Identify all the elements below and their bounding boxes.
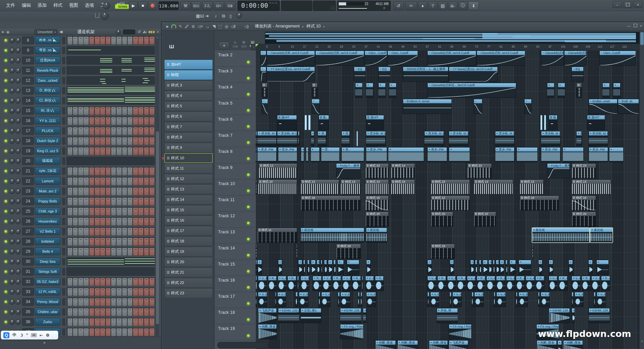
step-cell[interactable] [127, 278, 133, 286]
channel-pan-knob[interactable] [9, 108, 15, 114]
step-cell[interactable] [84, 167, 89, 175]
step-cell[interactable] [95, 127, 100, 135]
step-cell[interactable] [138, 147, 144, 155]
channel-number[interactable]: 9 [22, 47, 34, 54]
playlist-clip[interactable]: »原.. [341, 147, 364, 162]
step-cell[interactable] [116, 137, 122, 145]
playlist-clip[interactable]: 样式 23 [365, 163, 389, 178]
rack-scrollbar[interactable]: ∧ [155, 36, 159, 349]
step-cell[interactable] [144, 187, 149, 195]
channel-button[interactable]: Housevibez [35, 217, 60, 225]
playlist-clip[interactable] [256, 244, 257, 259]
step-cell[interactable] [149, 238, 155, 246]
snap-magnet-icon[interactable] [171, 24, 176, 28]
step-cell[interactable] [100, 238, 105, 246]
track-mute-led[interactable] [247, 253, 250, 257]
playlist-clip[interactable]: » [363, 308, 366, 323]
step-cell[interactable] [67, 318, 73, 326]
menu-item[interactable]: 添加 [34, 2, 50, 8]
playlist-clip[interactable]: »V..4 [591, 276, 600, 291]
playlist-clip[interactable] [296, 244, 298, 259]
playlist-clip[interactable] [540, 115, 542, 130]
playlist-restore-icon[interactable] [634, 24, 637, 27]
step-cell[interactable] [111, 288, 116, 296]
playlist-pattern-crumb[interactable]: 样式 10 [307, 23, 321, 29]
playlist-clip[interactable]: »V..4 [427, 276, 436, 291]
step-cell[interactable] [95, 298, 100, 306]
step-cell[interactable] [106, 197, 111, 206]
step-cell[interactable] [144, 248, 149, 256]
step-cell[interactable] [67, 248, 73, 256]
step-cell[interactable] [116, 177, 122, 185]
track-mute-led[interactable] [247, 221, 250, 225]
playlist-clip[interactable]: 样式 20 [474, 212, 496, 227]
playlist-clip[interactable]: » [311, 260, 316, 275]
channel-pan-knob[interactable] [9, 269, 15, 275]
step-cell[interactable] [144, 308, 149, 316]
step-cell[interactable] [144, 147, 149, 155]
channel-pan-knob[interactable] [9, 259, 15, 265]
step-cell[interactable] [100, 107, 105, 115]
scroll-down-icon[interactable]: ∨ [640, 340, 644, 343]
step-cell[interactable] [122, 117, 127, 125]
step-cell[interactable] [100, 228, 105, 236]
channel-volume-knob[interactable] [15, 168, 21, 174]
playlist-clip[interactable]: ~Fruity F..- 频率 [336, 163, 361, 178]
graph-editor-icon[interactable] [143, 31, 146, 33]
playlist-clip[interactable]: »飞机声音 [449, 340, 468, 349]
step-cell[interactable] [106, 218, 111, 226]
channel-volume-knob[interactable] [15, 38, 21, 43]
step-cell[interactable] [127, 177, 133, 185]
channel-number[interactable]: 18 [22, 137, 34, 145]
step-cell[interactable] [106, 137, 111, 145]
step-cell[interactable] [116, 197, 122, 206]
channel-volume-knob[interactable] [15, 259, 21, 265]
pattern-list-item[interactable]: 样式 17 [164, 226, 213, 236]
add-channel-button[interactable]: + [43, 340, 46, 345]
step-cell[interactable] [116, 147, 122, 155]
pattern-list-item[interactable]: 样式 6 [164, 112, 213, 121]
pattern-list-item[interactable]: 样式 9 [164, 143, 213, 153]
playlist-clip[interactable]: ~ [260, 67, 266, 82]
playlist-clip[interactable]: » [317, 260, 320, 275]
track-mute-led[interactable] [247, 76, 250, 80]
playlist-clip[interactable]: »R..4 [352, 276, 361, 291]
step-cell[interactable] [144, 238, 149, 246]
track-mute-led[interactable] [247, 125, 250, 128]
overdub-icon[interactable]: Ш+ [213, 1, 224, 10]
step-cell[interactable] [106, 278, 111, 286]
playlist-clip[interactable]: »V..4 [447, 276, 456, 291]
playlist-clip[interactable]: »间断..降音 [375, 340, 396, 349]
channel-volume-knob[interactable] [15, 88, 21, 94]
channel-volume-knob[interactable] [15, 158, 21, 164]
step-cell[interactable] [149, 298, 155, 306]
info-icon[interactable]: ⓘ [458, 1, 468, 10]
playlist-clip[interactable]: »R..4 [437, 276, 446, 291]
playlist-clip[interactable]: » [449, 147, 470, 162]
render-icon[interactable]: ▤₊ [448, 1, 458, 10]
playlist-clip[interactable]: »V..6 [496, 292, 505, 307]
step-cell[interactable] [84, 107, 89, 115]
playhead-marker[interactable] [256, 44, 259, 47]
playlist-clip[interactable]: » [301, 147, 304, 162]
step-cell[interactable] [149, 218, 155, 226]
download-icon[interactable]: ⬇ [468, 1, 479, 10]
step-cell[interactable] [78, 127, 84, 135]
playlist-clip[interactable]: 急HIT [277, 115, 297, 130]
playlist-clip[interactable]: » [256, 292, 257, 307]
channel-number[interactable]: 31 [22, 268, 34, 276]
step-cell[interactable] [111, 238, 116, 246]
step-cell[interactable] [78, 288, 84, 296]
step-sequencer-area[interactable] [66, 187, 155, 195]
step-cell[interactable] [116, 318, 122, 326]
step-sequencer-area[interactable] [66, 227, 155, 236]
step-cell[interactable] [89, 288, 95, 296]
rack-play-icon[interactable]: ▶ [2, 30, 4, 34]
playlist-clip[interactable]: » [496, 260, 499, 275]
channel-button[interactable]: Poppy Bells [35, 197, 60, 205]
step-cell[interactable] [84, 328, 89, 336]
pattern-list-item[interactable]: 样式 8 [164, 132, 213, 142]
playlist-clip[interactable]: » [296, 292, 298, 307]
step-cell[interactable] [67, 288, 73, 296]
step-cell[interactable] [138, 308, 144, 316]
